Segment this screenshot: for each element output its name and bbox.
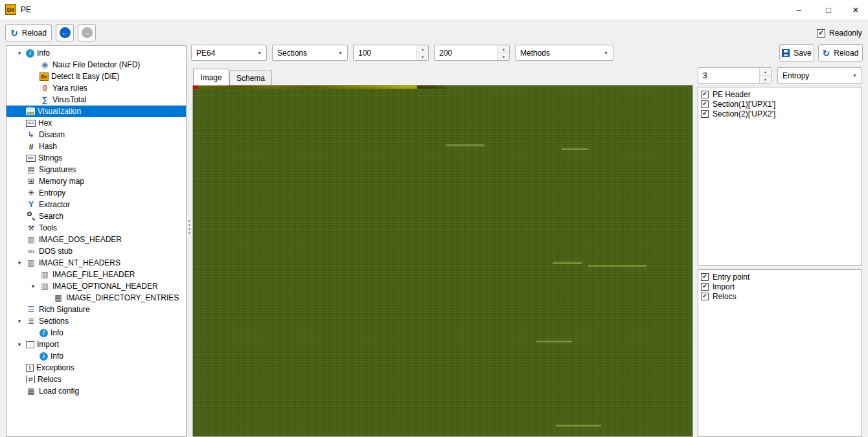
checkbox-check-icon[interactable]: ✔ (701, 293, 709, 300)
header-icon: ▥ (40, 270, 50, 279)
region-row-section-1-upx1[interactable]: ✔Section(1)['UPX1'] (701, 99, 859, 109)
tab-schema[interactable]: Schema (229, 71, 272, 85)
forward-button[interactable]: → (78, 24, 96, 41)
region-row-section-2-upx2[interactable]: ✔Section(2)['UPX2'] (701, 109, 859, 118)
tree-item-label: Relocs (38, 375, 62, 384)
expander-icon[interactable]: ▾ (13, 50, 26, 56)
reload-secondary-button[interactable]: ↻ Reload (818, 44, 863, 62)
tree-item-import[interactable]: ▾↓Import (6, 339, 186, 350)
height-spinner[interactable]: 200 ▲ ▼ (434, 45, 510, 61)
checkbox-check-icon[interactable]: ✔ (701, 283, 709, 291)
tree-item-hex[interactable]: 010Hex (6, 117, 186, 129)
width-value: 100 (354, 49, 417, 58)
chevron-down-icon: ▼ (338, 50, 343, 55)
tree-item-tools[interactable]: ⚒Tools (6, 222, 186, 234)
tree-item-info[interactable]: iInfo (6, 327, 186, 339)
back-button[interactable]: ← (56, 24, 74, 41)
tree-item-entropy[interactable]: ✳Entropy (6, 187, 186, 199)
close-button[interactable]: ✕ (843, 0, 868, 19)
tree-item-memory-map[interactable]: ⊞Memory map (6, 175, 186, 187)
tree-item-nauz-file-detector-nfd[interactable]: ◉Nauz File Detector (NFD) (6, 59, 186, 71)
save-button[interactable]: Save (779, 44, 814, 62)
spin-up-button[interactable]: ▲ (417, 45, 428, 53)
tree-item-disasm[interactable]: ↳Disasm (6, 129, 186, 140)
visualization-image-panel[interactable] (192, 85, 693, 437)
analysis-mode-select[interactable]: Entropy ▼ (777, 67, 862, 84)
region-row-pe-header[interactable]: ✔PE Header (701, 89, 859, 99)
expander-icon[interactable]: ▾ (13, 341, 26, 348)
tree-item-image-file-header[interactable]: ▥IMAGE_FILE_HEADER (6, 269, 186, 280)
checkbox-check-icon[interactable]: ✔ (701, 100, 709, 108)
tree-item-rich-signature[interactable]: ☰Rich Signature (6, 304, 186, 315)
tree-item-hash[interactable]: #Hash (6, 140, 186, 152)
expander-icon[interactable]: ▾ (13, 318, 26, 324)
tree-item-label: IMAGE_OPTIONAL_HEADER (52, 282, 158, 291)
tree-item-extractor[interactable]: YExtractor (6, 199, 186, 210)
tree-item-virustotal[interactable]: ∑VirusTotal (6, 94, 186, 106)
minimize-button[interactable]: – (784, 0, 814, 19)
expander-icon[interactable]: ▾ (27, 283, 40, 289)
tree-item-label: Info (37, 49, 50, 58)
height-value: 200 (435, 49, 497, 58)
checkbox-check-icon[interactable]: ✔ (701, 91, 709, 98)
tree-item-load-config[interactable]: ▦Load config (6, 385, 186, 397)
tab-image[interactable]: Image (193, 69, 229, 85)
tree-item-dos-stub[interactable]: </>DOS stub (6, 245, 186, 257)
tree-item-search[interactable]: Search (6, 210, 186, 222)
tree-item-detect-it-easy-die[interactable]: DeDetect It Easy (DiE) (6, 71, 186, 82)
tree-item-yara-rules[interactable]: {}Yara rules (6, 82, 186, 94)
tree-item-sections[interactable]: ▾≣Sections (6, 315, 186, 327)
tree-item-label: Import (37, 340, 59, 349)
tree-item-image-optional-header[interactable]: ▾▥IMAGE_OPTIONAL_HEADER (6, 280, 186, 292)
entropy-visualization-image[interactable] (193, 85, 692, 436)
tree-item-signatures[interactable]: ▤Signatures (6, 164, 186, 175)
window-controls: – □ ✕ (784, 0, 868, 19)
die-icon: De (40, 73, 49, 81)
method-select[interactable]: Methods ▼ (515, 45, 613, 61)
file-type-select[interactable]: PE64 ▼ (191, 45, 267, 61)
tree-item-info[interactable]: iInfo (6, 350, 186, 362)
spin-up-button[interactable]: ▲ (760, 68, 771, 76)
marker-row-import[interactable]: ✔Import (701, 282, 859, 291)
view-mode-select[interactable]: Sections ▼ (272, 45, 348, 61)
tree-item-image-dos-header[interactable]: ▥IMAGE_DOS_HEADER (6, 234, 186, 245)
tree-item-label: Info (51, 328, 63, 337)
splitter-handle[interactable] (188, 220, 190, 234)
tree-item-image-nt-headers[interactable]: ▾▥IMAGE_NT_HEADERS (6, 257, 186, 269)
checkbox-check-icon[interactable]: ✔ (701, 110, 709, 118)
reload-button[interactable]: ↻ Reload (5, 24, 52, 41)
readonly-checkbox[interactable]: ✔ Readonly (817, 28, 862, 38)
search-icon (26, 212, 36, 221)
tree-item-info[interactable]: ▾iInfo (6, 47, 186, 59)
tree-item-label: Load config (39, 387, 79, 396)
tree-item-exceptions[interactable]: !Exceptions (6, 362, 186, 374)
width-spinner[interactable]: 100 ▲ ▼ (353, 45, 429, 61)
spin-down-button[interactable]: ▼ (760, 76, 771, 83)
region-label: PE Header (713, 90, 751, 99)
tree-item-relocs[interactable]: ⇄Relocs (6, 374, 186, 385)
titlebar: De PE – □ ✕ (0, 0, 868, 19)
maximize-button[interactable]: □ (814, 0, 843, 19)
tree-item-label: Nauz File Detector (NFD) (52, 60, 140, 69)
header-icon: ▥ (26, 235, 36, 244)
marker-row-entry-point[interactable]: ✔Entry point (701, 272, 859, 282)
tree-item-strings[interactable]: abcStrings (6, 152, 186, 164)
tree-item-image-directory-entries[interactable]: ▦IMAGE_DIRECTORY_ENTRIES (6, 292, 186, 304)
tab-image-label: Image (200, 73, 222, 82)
marker-row-relocs[interactable]: ✔Relocs (701, 291, 859, 301)
sections-icon: ≣ (26, 317, 36, 326)
spin-down-button[interactable]: ▼ (417, 53, 428, 60)
chevron-down-icon: ▼ (852, 73, 857, 78)
spin-down-button[interactable]: ▼ (498, 53, 509, 60)
spin-up-button[interactable]: ▲ (498, 45, 509, 53)
block-count-spinner[interactable]: 3 ▲ ▼ (698, 67, 771, 84)
tree-item-visualization[interactable]: Visualization (6, 106, 186, 117)
tree-item-label: IMAGE_DIRECTORY_ENTRIES (66, 293, 179, 302)
checkbox-check-icon[interactable]: ✔ (701, 273, 709, 281)
tree-item-label: IMAGE_FILE_HEADER (52, 270, 135, 279)
tree-item-label: Rich Signature (39, 305, 90, 314)
minimize-icon: – (796, 5, 801, 15)
tree-item-label: IMAGE_DOS_HEADER (39, 235, 122, 244)
expander-icon[interactable]: ▾ (13, 260, 26, 266)
reload-icon: ↻ (10, 28, 18, 38)
